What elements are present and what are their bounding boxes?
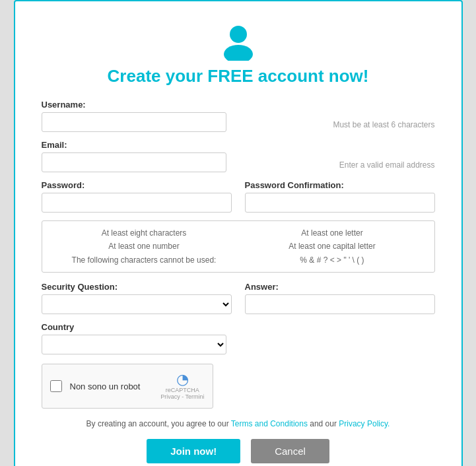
password-hints-box: At least eight characters At least one n… <box>42 220 435 273</box>
password-confirm-group: Password Confirmation: <box>245 180 435 213</box>
email-label: Email: <box>42 140 226 150</box>
country-label: Country <box>42 322 435 332</box>
security-row: Security Question: Answer: <box>42 282 435 314</box>
username-label: Username: <box>42 100 226 110</box>
recaptcha-icon: ◔ <box>176 372 189 387</box>
captcha-label: Non sono un robot <box>70 382 153 391</box>
password-label: Password: <box>42 180 232 190</box>
username-hint: Must be at least 6 characters <box>240 107 435 132</box>
svg-point-1 <box>224 45 253 61</box>
country-row: Country <box>42 322 435 354</box>
answer-input[interactable] <box>245 294 435 314</box>
hint-left-2: At least one number <box>50 240 238 253</box>
password-row: Password: Password Confirmation: <box>42 180 435 213</box>
hint-left-1: At least eight characters <box>50 226 238 240</box>
recaptcha-brand: reCAPTCHA <box>166 387 199 393</box>
user-icon <box>219 21 258 61</box>
email-hint: Enter a valid email address <box>240 147 435 172</box>
hint-right-3: % & # ? < > " ' \ ( ) <box>238 253 426 267</box>
agreement-prefix: By creating an account, you agree to our <box>86 419 231 428</box>
security-question-select[interactable] <box>42 294 232 314</box>
password-hints-right: At least one letter At least one capital… <box>238 226 426 267</box>
registration-form: Username: Must be at least 6 characters … <box>42 100 435 463</box>
password-input[interactable] <box>42 193 232 213</box>
security-question-label: Security Question: <box>42 282 232 292</box>
answer-group: Answer: <box>245 282 435 314</box>
password-confirm-label: Password Confirmation: <box>245 180 435 190</box>
terms-link[interactable]: Terms and Conditions <box>231 419 308 428</box>
svg-point-0 <box>230 26 247 43</box>
agreement-and: and our <box>308 419 339 428</box>
email-row: Email: Enter a valid email address <box>42 140 435 172</box>
security-question-group: Security Question: <box>42 282 232 314</box>
hint-right-1: At least one letter <box>238 226 426 240</box>
username-row: Username: Must be at least 6 characters <box>42 100 435 132</box>
captcha-checkbox[interactable] <box>50 380 62 392</box>
answer-label: Answer: <box>245 282 435 292</box>
username-group: Username: <box>42 100 226 132</box>
country-select[interactable] <box>42 335 226 354</box>
username-input[interactable] <box>42 112 226 132</box>
hint-right-2: At least one capital letter <box>238 240 426 253</box>
email-group: Email: <box>42 140 226 172</box>
cancel-button[interactable]: Cancel <box>251 439 329 463</box>
agreement-text: By creating an account, you agree to our… <box>42 419 435 428</box>
page-title: Create your FREE account now! <box>108 66 369 86</box>
form-buttons: Join now! Cancel <box>42 439 435 463</box>
recaptcha-sub: Privacy - Termini <box>160 393 204 400</box>
modal-header: Create your FREE account now! <box>42 21 435 86</box>
captcha-logo: ◔ reCAPTCHA Privacy - Termini <box>160 372 204 400</box>
privacy-link[interactable]: Privacy Policy. <box>339 419 390 428</box>
hint-left-3: The following characters cannot be used: <box>50 253 238 267</box>
password-group: Password: <box>42 180 232 213</box>
registration-modal: Create your FREE account now! Username: … <box>14 0 463 466</box>
email-input[interactable] <box>42 152 226 172</box>
join-button[interactable]: Join now! <box>147 439 240 463</box>
password-confirm-input[interactable] <box>245 193 435 213</box>
captcha-box: Non sono un robot ◔ reCAPTCHA Privacy - … <box>42 364 213 409</box>
password-hints-left: At least eight characters At least one n… <box>50 226 238 267</box>
